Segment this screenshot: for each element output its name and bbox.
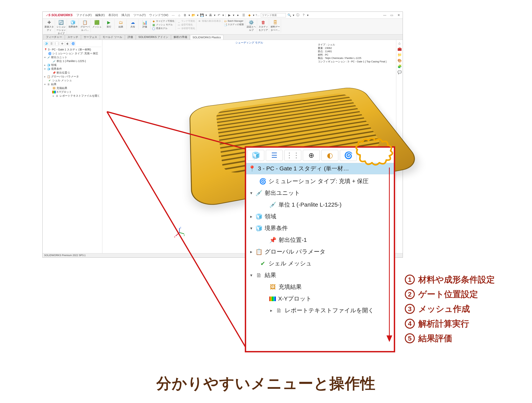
- menu-view[interactable]: 表示(V): [108, 13, 118, 17]
- tree-global-param[interactable]: ▸📋グローバル パラメータ: [44, 75, 101, 79]
- window-restore-button[interactable]: ▭: [389, 13, 395, 18]
- ribbon-global-param-button[interactable]: 📋グローバル パ…: [79, 19, 91, 32]
- ribbon-new-study-button[interactable]: ✚新規スタディ: [43, 19, 55, 32]
- zoom-res-fill[interactable]: 🖼 充填結果: [246, 281, 394, 293]
- zoom-tab-plastics[interactable]: 🌀: [340, 150, 357, 161]
- tab-addins[interactable]: SOLIDWORKS アドイン: [136, 34, 171, 40]
- chevron-down-icon[interactable]: ▾: [249, 273, 253, 278]
- zoom-bc[interactable]: ▾ 🧊 境界条件: [246, 222, 394, 234]
- feature-manager-tab[interactable]: 🧊: [44, 41, 48, 46]
- study-duplicate[interactable]: 📑スタディの複製: [224, 23, 244, 26]
- taskpane-appearances-icon[interactable]: 🎨: [398, 59, 402, 63]
- zoom-mesh[interactable]: ✔ シェル メッシュ: [246, 258, 394, 269]
- ribbon-sim-type-button[interactable]: 🔄シミュレーション タイプ: [55, 19, 67, 36]
- open-icon[interactable]: 📂: [191, 13, 196, 18]
- tab-surfaces[interactable]: サーフェス: [81, 34, 100, 40]
- tree-bc-item[interactable]: 📌射出位置-1: [44, 71, 101, 75]
- tree-results[interactable]: ▾🗎結果: [44, 82, 101, 86]
- tab-features[interactable]: フィーチャー: [43, 34, 64, 40]
- zoom-tab-dimxpert[interactable]: ⊕: [303, 150, 320, 161]
- vis-mesh[interactable]: ▦メッシュ モデル: [152, 23, 174, 26]
- list-icon[interactable]: ☰: [241, 13, 246, 18]
- tree-res-xy[interactable]: X-Yプロット: [44, 90, 101, 94]
- zoom-domain[interactable]: ▸ 🧊 領域: [246, 211, 394, 222]
- ribbon-evaluate-button[interactable]: 📊評価: [139, 19, 151, 29]
- taskpane-resources-icon[interactable]: 🧰: [398, 47, 402, 51]
- ribbon-run-button[interactable]: ▶実行: [103, 19, 115, 29]
- menu-window[interactable]: ウィンドウ(W): [149, 13, 168, 17]
- menu-tools[interactable]: ツール(T): [133, 13, 146, 17]
- menu-file[interactable]: ファイル(F): [76, 13, 92, 17]
- tab-mold-tools[interactable]: モールド ツール: [100, 34, 125, 40]
- undo-icon[interactable]: ↶: [217, 13, 221, 18]
- zoom-tab-feature[interactable]: 🧊: [247, 150, 264, 161]
- chevron-down-icon[interactable]: ▾: [249, 226, 253, 231]
- ribbon-results-button[interactable]: 🗂結果: [115, 19, 127, 29]
- window-minimize-button[interactable]: —: [382, 13, 388, 18]
- zoom-tab-property[interactable]: ☰: [266, 150, 283, 161]
- option-dot-icon[interactable]: ●: [235, 13, 240, 18]
- home-icon[interactable]: ⌂: [177, 13, 182, 18]
- sensor-icon[interactable]: ◆: [247, 13, 252, 18]
- taskpane-custom-icon[interactable]: 🧩: [398, 64, 402, 68]
- zoom-inject-unit[interactable]: ▾ 💉 射出ユニット: [246, 187, 394, 199]
- new-icon[interactable]: 🗎: [183, 13, 187, 18]
- chevron-right-icon[interactable]: ▸: [249, 249, 253, 254]
- tree-res-fill[interactable]: 🖼充填結果: [44, 86, 101, 90]
- chevron-right-icon[interactable]: ▸: [249, 214, 253, 219]
- tree-mesh[interactable]: ✔シェル メッシュ: [44, 79, 101, 82]
- ribbon-share-button[interactable]: ☁共有: [127, 19, 139, 29]
- menu-insert[interactable]: 挿入(I): [121, 13, 130, 17]
- print-icon[interactable]: 🖶: [208, 13, 213, 18]
- batch-manager[interactable]: 🗂Batch Manager: [224, 19, 244, 23]
- tree-bc[interactable]: ▾🧊境界条件: [44, 67, 101, 71]
- taskpane-design-lib-icon[interactable]: 📁: [398, 53, 402, 57]
- config-manager-tab[interactable]: ⋮⋮: [55, 41, 59, 46]
- zoom-sim-type[interactable]: 🌀 シミュレーション タイプ: 充填 + 保圧: [246, 175, 394, 187]
- ribbon-settings-help-button[interactable]: ⚙️設定とヘルプ: [246, 19, 257, 32]
- play-icon[interactable]: ▶: [227, 13, 232, 18]
- tree-res-report[interactable]: ▸🗎レポートテキストファイルを開く: [44, 94, 101, 98]
- menu-more[interactable]: ⋯: [172, 13, 175, 17]
- tab-sketch[interactable]: スケッチ: [65, 34, 81, 40]
- zoom-study-root[interactable]: 📍 3 - PC - Gate 1 スタディ (単一材…: [246, 163, 394, 174]
- zoom-material[interactable]: 💉 単位 1 (-Panlite L-1225-): [246, 199, 394, 211]
- ribbon-mesh-button[interactable]: 🟩メッシュ: [91, 19, 103, 29]
- plastics-study-tab[interactable]: 🌀: [71, 41, 75, 46]
- zoom-tab-appearance[interactable]: ◐: [321, 150, 338, 161]
- command-search-input[interactable]: [261, 13, 286, 17]
- zoom-global-param[interactable]: ▸ 📋 グローバル パラメータ: [246, 246, 394, 258]
- zoom-res-xy[interactable]: X-Yプロット: [246, 293, 394, 305]
- orientation-triad[interactable]: z y x: [174, 227, 185, 240]
- taskpane-forum-icon[interactable]: 💬: [398, 70, 402, 74]
- tree-domain[interactable]: ▸🧊領域: [44, 63, 101, 67]
- ribbon-material-db-button[interactable]: 🗄材料データベー…: [269, 19, 281, 32]
- tree-inject-unit[interactable]: ▾💉射出ユニット: [44, 56, 101, 59]
- appearance-tab[interactable]: ◐: [65, 41, 70, 46]
- taskpane-home-icon[interactable]: ⌂: [399, 41, 400, 45]
- tab-evaluate[interactable]: 評価: [125, 34, 135, 40]
- tree-material[interactable]: 💉単位 1 (-Panlite L-1225-): [44, 59, 101, 63]
- save-icon[interactable]: 💾: [200, 13, 204, 18]
- ribbon-clear-study-button[interactable]: 🗑スタディをクリア: [258, 19, 269, 32]
- menu-edit[interactable]: 編集(E): [95, 13, 105, 17]
- zoom-res-report[interactable]: ▸ 🗎 レポートテキストファイルを開く: [246, 305, 394, 316]
- tab-analysis-prep[interactable]: 解析の準備: [171, 34, 190, 40]
- search-icon[interactable]: 🔍: [287, 13, 292, 18]
- window-close-button[interactable]: ✕: [396, 13, 401, 18]
- chevron-right-icon[interactable]: ▸: [269, 308, 273, 313]
- zoom-bc-item[interactable]: 📌 射出位置-1: [246, 234, 394, 246]
- chevron-down-icon[interactable]: ▾: [249, 191, 253, 196]
- help-icon[interactable]: ⓘ: [296, 13, 300, 18]
- tree-sim-type[interactable]: 🌀シミュレーション タイプ: 充填 + 保圧: [44, 52, 101, 56]
- vis-trans[interactable]: ◯透過モデル: [152, 27, 174, 30]
- vis-cavity[interactable]: ◆キャビティ可視化: [152, 19, 174, 23]
- zoom-tab-config[interactable]: ⋮⋮: [284, 150, 301, 161]
- question-icon[interactable]: ？: [301, 13, 306, 18]
- tree-study-root[interactable]: 📍3 - PC - Gate 1 スタディ (単一材料): [44, 48, 101, 52]
- dimxpert-tab[interactable]: ⊕: [60, 41, 64, 46]
- tab-plastics[interactable]: SOLIDWORKS Plastics: [190, 35, 223, 40]
- zoom-results[interactable]: ▾ 🗎 結果: [246, 269, 394, 281]
- property-manager-tab[interactable]: ☰: [49, 41, 54, 46]
- ribbon-boundary-button[interactable]: 🧊境界条件: [67, 19, 79, 29]
